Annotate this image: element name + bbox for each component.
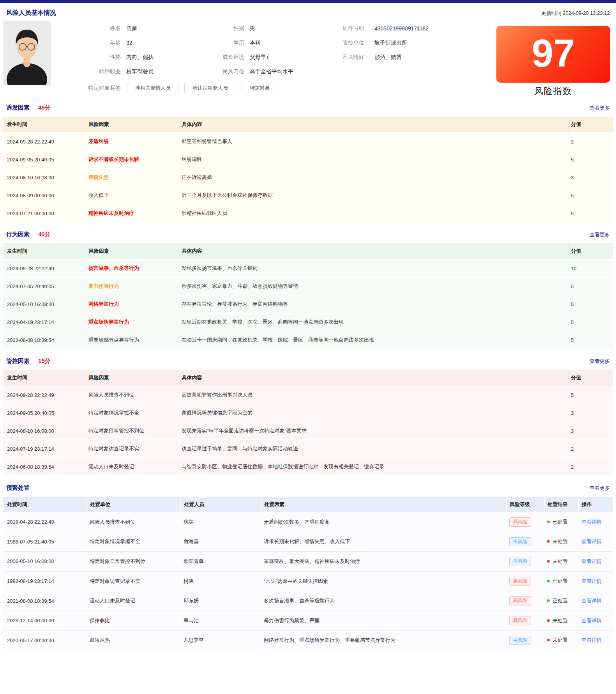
field-name: 姓名伍豪 <box>55 21 179 35</box>
field-value: 涉酒、赌博 <box>374 54 402 61</box>
table-row: 1992-08-19 23:17:14 特定对象访查记录不实 柯晓 “六失”诱因… <box>3 571 613 591</box>
control-factors-table: 发生时间 风险因素 具体内容 分值 2024-09-28 22:22:49 风险… <box>3 370 613 476</box>
page-title: 风险人员基本情况 <box>6 9 56 17</box>
field-education: 学历本科 <box>179 35 308 50</box>
cell-factor: 精神疾病未及时治疗 <box>86 204 179 222</box>
table-row: 2020-05-17 00:00:00 眼须从热 九思美空 网络异常行为、重点场… <box>3 630 613 650</box>
cell-detail: 发现未落实“每半年全面走访考察一次特定对象”基本要求 <box>179 422 568 440</box>
field-control-unit: 管控单位坡子街派出所 <box>308 35 444 50</box>
cell-time: 1992-08-19 23:17:14 <box>3 571 87 591</box>
cell-result: 已处置 <box>552 578 568 584</box>
table-row: 2024-06-08 18:39:54 流动人口未及时登记 与智慧安防小区、物业… <box>3 458 613 476</box>
cell-time: 2024-08-10 16:08:00 <box>3 168 86 186</box>
trigger-factors-table: 发生时间 风险因素 具体内容 分值 2024-09-28 22:22:49 矛盾… <box>3 117 613 223</box>
tags-label: 特定对象标签 <box>55 85 121 92</box>
field-label: 性格 <box>55 54 121 61</box>
col-header-factor: 风险因素 <box>86 243 179 259</box>
cell-score: 2 <box>568 458 613 476</box>
field-personality: 性格内向、偏执 <box>55 50 179 64</box>
cell-person: 欧阳青馨 <box>181 552 261 572</box>
cell-detail: 在临近十一国庆期间，在党政机关、学校、医院、景区、商圈等同一地点周边多次出现 <box>179 331 568 349</box>
view-more-link[interactable]: 查看更多 <box>590 231 610 238</box>
page-header: 风险人员基本情况 更新时间 2024-09-20 13:23:12 <box>6 9 610 17</box>
view-detail-link[interactable]: 查看详情 <box>581 519 602 525</box>
table-row: 2024-07-19 23:17:14 特定对象访查记录不实 访查记录过于简单、… <box>3 440 613 458</box>
section-control-factors: 管控因素 15分 查看更多 发生时间 风险因素 具体内容 分值 2024-09-… <box>0 358 616 476</box>
tag-specific-target[interactable]: 特定对象 <box>242 82 278 94</box>
table-row: 2024-04-19 23:17:14 重点场所异常行为 发现近期在党政机关、学… <box>3 313 613 331</box>
col-header-person: 处置人员 <box>181 497 261 512</box>
cell-factor: 诉求不满或长期未化解 <box>86 150 179 168</box>
section-score: 40分 <box>38 231 51 238</box>
behavior-factors-table: 发生时间 风险因素 具体内容 分值 2024-09-28 22:22:49 扬言… <box>3 243 613 349</box>
field-label: 成长环境 <box>179 54 244 61</box>
view-more-link[interactable]: 查看更多 <box>590 485 610 492</box>
field-value: 伍豪 <box>126 25 137 32</box>
tag-police-incident[interactable]: 涉相关警情人员 <box>127 82 179 94</box>
field-gender: 性别男 <box>179 21 308 35</box>
view-detail-link[interactable]: 查看详情 <box>581 598 602 604</box>
col-header-score: 分值 <box>568 243 613 259</box>
cell-unit: 特定对象访查记录不实 <box>87 571 181 591</box>
risk-index-box: 97 风险指数 <box>496 26 610 97</box>
col-header-result: 处置结果 <box>544 497 579 512</box>
cell-person: 率与治 <box>181 611 261 630</box>
cell-score: 5 <box>568 277 613 295</box>
field-label: 性别 <box>179 25 244 32</box>
risk-level-badge: 高风险 <box>509 577 531 586</box>
cell-time: 2024-09-28 22:22:49 <box>3 133 86 150</box>
col-header-detail: 具体内容 <box>179 243 568 259</box>
table-row: 2024-09-28 22:22:49 风险人员排查不到位 因故意犯罪被作出刑事… <box>3 386 613 404</box>
view-more-link[interactable]: 查看更多 <box>590 104 610 112</box>
cell-score: 10 <box>568 259 613 277</box>
field-label: 管控单位 <box>308 39 364 46</box>
field-value: 430502199809171182 <box>374 25 429 32</box>
cell-factor: “六失”诱因中的关键失控因素 <box>261 571 507 591</box>
col-header-score: 分值 <box>568 117 613 133</box>
cell-detail: 访查记录过于简单、雷同，与特定对象实际活动轨迹 <box>179 440 568 458</box>
table-row: 2019-04-28 22:22:49 风险人员排查不到位 杭美 矛盾纠纷次数多… <box>3 512 613 532</box>
cell-factor: 暴力伤害行为频繁、严重 <box>261 611 507 630</box>
col-header-score: 分值 <box>568 370 613 386</box>
section-score: 15分 <box>38 358 51 365</box>
view-more-link[interactable]: 查看更多 <box>590 358 610 365</box>
cell-factor: 流动人口未及时登记 <box>86 458 179 476</box>
field-customs: 民风习俗高于全省平均水平 <box>179 64 308 79</box>
person-avatar-icon <box>3 21 51 85</box>
cell-score: 5 <box>568 295 613 313</box>
status-dot-icon <box>547 619 550 622</box>
cell-score: 5 <box>568 186 613 204</box>
view-detail-link[interactable]: 查看详情 <box>581 618 602 623</box>
cell-time: 2023-12-14 00:00:00 <box>3 611 87 630</box>
risk-score-label: 风险指数 <box>496 85 610 97</box>
col-header-time: 处置时间 <box>3 497 87 512</box>
cell-time: 2024-08-09 00:00:00 <box>3 186 86 204</box>
cell-factor: 特定对象访查记录不实 <box>86 440 179 458</box>
cell-factor: 收入低下 <box>86 186 179 204</box>
field-age: 年龄32 <box>55 35 179 50</box>
cell-score: 3 <box>568 168 613 186</box>
cell-score: 5 <box>568 386 613 404</box>
cell-detail: 发现多次扬言滋事、自杀等关键词 <box>179 259 568 277</box>
view-detail-link[interactable]: 查看详情 <box>581 558 602 564</box>
view-detail-link[interactable]: 查看详情 <box>581 578 602 584</box>
cell-score: 3 <box>568 404 613 422</box>
section-score: 45分 <box>38 104 51 112</box>
cell-factor: 特定对象情况掌握不全 <box>86 404 179 422</box>
table-row: 2024-09-28 22:22:49 矛盾纠纷 邻里等纠纷警情当事人 2 <box>3 133 613 150</box>
view-detail-link[interactable]: 查看详情 <box>581 637 602 643</box>
cell-factor: 矛盾纠纷 <box>86 133 179 150</box>
table-row: 2024-09-28 22:22:49 扬言滋事、自杀等行为 发现多次扬言滋事、… <box>3 259 613 277</box>
col-header-detail: 具体内容 <box>179 370 568 386</box>
field-label: 特种职业 <box>55 68 121 75</box>
cell-result: 未处置 <box>552 618 568 623</box>
cell-factor: 暴力伤害行为 <box>86 277 179 295</box>
cell-time: 2021-08-08 18:39:54 <box>3 591 87 611</box>
tag-criminal[interactable]: 涉违法犯罪人员 <box>184 82 236 94</box>
view-detail-link[interactable]: 查看详情 <box>581 538 602 544</box>
cell-detail: 发现近期在党政机关、学校、医院、景区、商圈等同一地点周边多次出现 <box>179 313 568 331</box>
field-value: 高于全省平均水平 <box>250 68 293 75</box>
cell-person: 杭美 <box>181 512 261 532</box>
cell-person: 柯晓 <box>181 571 261 591</box>
cell-detail: 近三个月及以上无公积金或社保缴存数据 <box>179 186 568 204</box>
